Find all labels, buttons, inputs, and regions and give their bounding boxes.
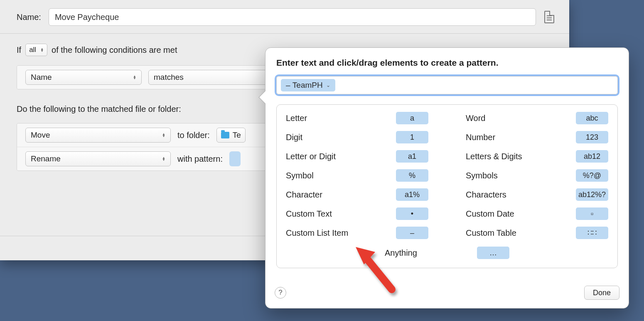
done-button[interactable]: Done [584,286,619,300]
palette-letter[interactable]: Letter a [286,111,428,126]
folder-name: Te [233,131,241,140]
help-button[interactable]: ? [275,287,286,299]
folder-icon [221,132,229,138]
match-mode-select[interactable]: all ▲▼ [25,44,47,56]
pattern-popover: Enter text and click/drag elements to cr… [265,47,629,309]
palette-characters[interactable]: Characters ab12%? [466,187,608,202]
to-folder-label: to folder: [177,131,210,140]
palette-character[interactable]: Character a1% [286,187,428,202]
palette-custom-date[interactable]: Custom Date ▫ [466,206,608,221]
conditions-suffix: of the following conditions are met [52,45,177,55]
pattern-input[interactable]: – TeamPH ⌄ [276,76,618,94]
token-label: TeamPH [293,81,323,90]
palette-custom-text[interactable]: Custom Text • [286,206,428,221]
with-pattern-label: with pattern: [177,154,223,164]
action-type-select-rename[interactable]: Rename ▲▼ [25,151,171,166]
palette-custom-table[interactable]: Custom Table ∷∷ [466,225,608,240]
palette-letters-and-digits[interactable]: Letters & Digits ab12 [466,149,608,164]
palette-symbols[interactable]: Symbols %?@ [466,168,608,183]
pattern-token[interactable]: – TeamPH ⌄ [281,79,335,91]
palette-custom-list-item[interactable]: Custom List Item – [286,225,428,240]
palette-symbol[interactable]: Symbol % [286,168,428,183]
document-icon[interactable] [544,11,554,23]
if-text: If [17,45,21,55]
token-palette: Letter a Word abc Digit 1 Number 123 Let… [276,104,618,268]
token-prefix: – [286,81,290,90]
chevron-down-icon: ⌄ [326,82,330,88]
palette-anything[interactable]: Anything … [385,245,509,260]
condition-field-select[interactable]: Name ▲▼ [25,70,142,85]
folder-chooser[interactable]: Te [216,128,246,143]
rule-name-input[interactable] [49,8,536,26]
popover-title: Enter text and click/drag elements to cr… [276,57,526,69]
palette-number[interactable]: Number 123 [466,130,608,145]
palette-digit[interactable]: Digit 1 [286,130,428,145]
header-row: Name: [0,0,569,33]
palette-letter-or-digit[interactable]: Letter or Digit a1 [286,149,428,164]
name-label: Name: [17,12,41,22]
action-type-select-move[interactable]: Move ▲▼ [25,128,171,143]
pattern-field-trigger[interactable] [229,151,241,166]
palette-word[interactable]: Word abc [466,111,608,126]
